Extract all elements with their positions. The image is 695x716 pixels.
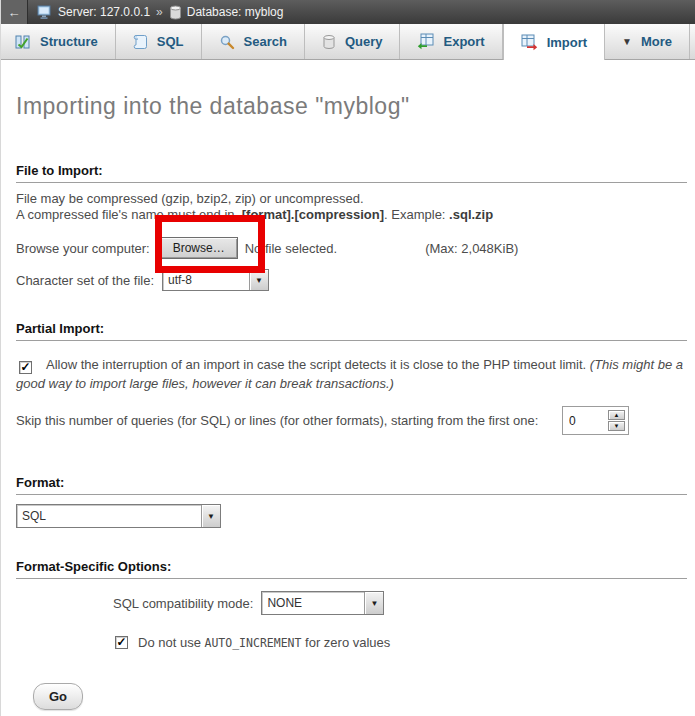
compression-help-text: File may be compressed (gzip, bzip2, zip… — [16, 191, 687, 223]
format-heading: Format: — [16, 475, 687, 495]
chevron-down-icon: ▼ — [622, 36, 632, 47]
sql-compatibility-label: SQL compatibility mode: — [113, 596, 253, 611]
export-icon — [417, 33, 434, 50]
charset-row: Character set of the file: utf-8 ▼ — [16, 269, 687, 291]
skip-queries-label: Skip this number of queries (for SQL) or… — [16, 413, 538, 428]
skip-queries-spinner: ▲ ▼ — [608, 410, 625, 431]
tab-export[interactable]: Export — [400, 24, 502, 59]
format-options-heading: Format-Specific Options: — [16, 559, 687, 579]
query-icon — [322, 34, 336, 50]
charset-label: Character set of the file: — [16, 273, 154, 288]
file-to-import-heading: File to Import: — [16, 163, 687, 183]
page-title: Importing into the database "myblog" — [16, 93, 687, 120]
back-arrow-icon: ← — [8, 5, 21, 20]
dropdown-arrow-icon: ▼ — [201, 505, 220, 527]
sql-compatibility-select[interactable]: NONE ▼ — [261, 591, 384, 615]
tab-bar: Structure SQL Search Query — [1, 24, 695, 60]
tab-import[interactable]: Import — [503, 24, 605, 60]
server-icon — [37, 5, 53, 20]
auto-increment-checkbox[interactable]: ✓ — [115, 636, 128, 649]
breadcrumb-separator: » — [156, 5, 163, 19]
allow-interruption-checkbox[interactable]: ✓ — [19, 361, 32, 374]
charset-select[interactable]: utf-8 ▼ — [162, 269, 269, 291]
sql-compatibility-row: SQL compatibility mode: NONE ▼ — [113, 591, 687, 615]
breadcrumb-database-link[interactable]: Database: myblog — [187, 5, 284, 19]
tab-search[interactable]: Search — [202, 24, 305, 59]
no-file-selected-text: No file selected. — [245, 241, 338, 256]
format-select[interactable]: SQL ▼ — [16, 504, 221, 528]
allow-interruption-label: Allow the interruption of an import in c… — [46, 357, 590, 372]
breadcrumb-bar: ← Server: 127.0.0.1 » Database: myblog — [1, 0, 695, 24]
import-page: Importing into the database "myblog" Fil… — [1, 93, 695, 710]
sql-icon — [133, 34, 148, 50]
file-upload-row: Browse your computer: Browse… No file se… — [16, 237, 687, 259]
browse-label: Browse your computer: — [16, 241, 150, 256]
max-upload-size: (Max: 2,048KiB) — [425, 241, 518, 256]
tab-sql[interactable]: SQL — [116, 24, 202, 59]
auto-increment-label: Do not use AUTO_INCREMENT for zero value… — [138, 635, 390, 650]
dropdown-arrow-icon: ▼ — [249, 270, 268, 290]
back-button[interactable]: ← — [1, 0, 28, 24]
breadcrumb-server-link[interactable]: Server: 127.0.0.1 — [58, 5, 150, 19]
partial-import-heading: Partial Import: — [16, 321, 687, 341]
tab-structure[interactable]: Structure — [1, 24, 116, 59]
database-icon — [169, 5, 182, 20]
auto-increment-row: ✓ Do not use AUTO_INCREMENT for zero val… — [115, 635, 687, 650]
search-icon — [219, 34, 235, 50]
go-button[interactable]: Go — [33, 683, 83, 710]
tab-query[interactable]: Query — [305, 24, 401, 59]
structure-icon — [15, 34, 31, 50]
skip-queries-input-group: ▲ ▼ — [562, 406, 629, 435]
tab-more[interactable]: ▼ More — [605, 24, 690, 59]
import-icon — [521, 34, 538, 51]
spinner-up-icon[interactable]: ▲ — [608, 410, 625, 420]
browse-button[interactable]: Browse… — [160, 237, 238, 259]
skip-queries-row: Skip this number of queries (for SQL) or… — [16, 406, 687, 435]
skip-queries-input[interactable] — [566, 414, 606, 428]
allow-interruption-row: ✓Allow the interruption of an import in … — [16, 355, 687, 393]
spinner-down-icon[interactable]: ▼ — [608, 421, 625, 431]
dropdown-arrow-icon: ▼ — [364, 592, 383, 614]
format-row: SQL ▼ — [16, 504, 687, 528]
